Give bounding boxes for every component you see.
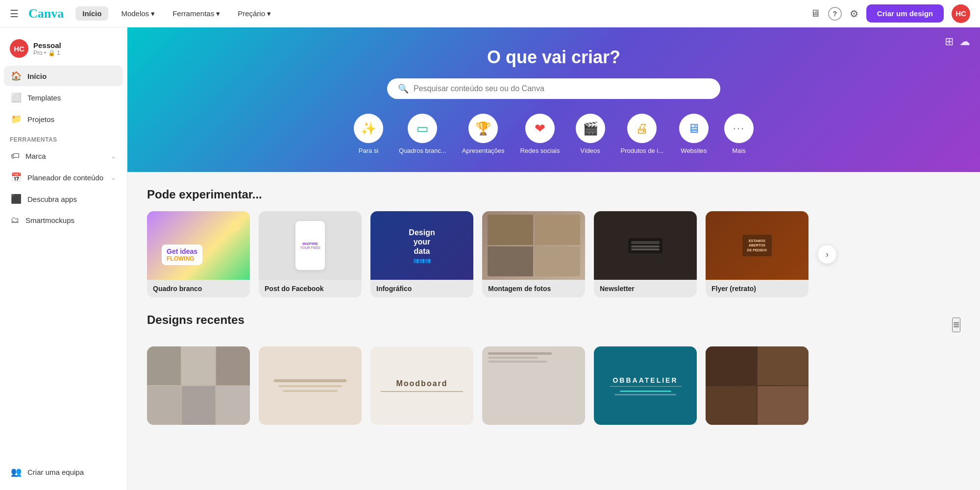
sidebar-item-apps[interactable]: ⬛ Descubra apps xyxy=(4,189,123,209)
monitor-icon-button[interactable]: 🖥 xyxy=(810,8,820,19)
pode-experimentar-cards: Get ideas FLOWING Quadro branco INSPIR xyxy=(147,211,960,297)
pode-experimentar-title: Pode experimentar... xyxy=(147,188,960,201)
hero-icons: ✨ Para si ▭ Quadros branc... 🏆 Apres xyxy=(354,114,754,154)
sidebar-item-label-planeador: Planeador de conteúdo xyxy=(27,173,103,182)
card-newsletter-img xyxy=(594,211,697,280)
videos-label: Vídeos xyxy=(580,147,600,154)
card-flyer-label: Flyer (retrato) xyxy=(706,280,808,297)
card-montagem-fotos[interactable]: Montagem de fotos xyxy=(482,211,585,297)
topnav: ☰ Canva Início Modelos ▾ Ferramentas ▾ P… xyxy=(0,0,980,27)
models-nav-button[interactable]: Modelos ▾ xyxy=(116,6,160,21)
sidebar-item-planeador[interactable]: 📅 Planeador de conteúdo ⌄ xyxy=(4,167,123,188)
hero-icon-redes[interactable]: ❤ Redes sociais xyxy=(520,114,560,154)
hero-icon-mais[interactable]: ··· Mais xyxy=(724,114,754,154)
pricing-nav-button[interactable]: Preçário ▾ xyxy=(233,6,276,21)
carousel-next-button[interactable]: › xyxy=(817,245,837,264)
settings-button[interactable]: ⚙ xyxy=(850,8,858,20)
recent-card-5[interactable]: OBBAATELIER xyxy=(594,346,697,425)
sidebar-item-label-criar-equipa: Criar uma equipa xyxy=(27,468,84,476)
hero-icon-apresentacoes[interactable]: 🏆 Apresentações xyxy=(462,114,505,154)
card-newsletter[interactable]: Newsletter xyxy=(594,211,697,297)
card-infografico-label: Infográfico xyxy=(370,280,473,297)
sidebar-nav: 🏠 Início ⬜ Templates 📁 Projetos xyxy=(0,66,127,129)
main-layout: HC Pessoal Pro • 🔒 1 🏠 Início ⬜ Template… xyxy=(0,27,980,490)
designs-recentes-title: Designs recentes xyxy=(147,313,245,327)
search-icon: 🔍 xyxy=(398,83,409,94)
planeador-arrow-icon: ⌄ xyxy=(111,174,116,181)
recent-card-3[interactable]: Moodboard xyxy=(370,346,473,425)
card-infografico[interactable]: Designyourdata 👥👥👥 Infográfico xyxy=(370,211,473,297)
card-newsletter-label: Newsletter xyxy=(594,280,697,297)
apresentacoes-label: Apresentações xyxy=(462,147,505,154)
upload-cloud-icon[interactable]: ☁ xyxy=(959,35,970,48)
videos-icon: 🎬 xyxy=(583,121,598,136)
parasi-label: Para si xyxy=(359,147,378,154)
sidebar-item-marca[interactable]: 🏷 Marca ⌄ xyxy=(4,146,123,166)
criar-design-button[interactable]: Criar um design xyxy=(866,4,944,23)
hero-title: O que vai criar? xyxy=(487,47,620,68)
list-view-button[interactable]: ≡ xyxy=(952,318,960,332)
parasi-icon: ✨ xyxy=(361,121,376,136)
hero-icon-produtos[interactable]: 🖨 Produtos de i... xyxy=(621,114,663,154)
sidebar-item-inicio[interactable]: 🏠 Início xyxy=(4,66,123,86)
hero-top-right: ⊞ ☁ xyxy=(945,35,970,48)
sidebar-item-projetos[interactable]: 📁 Projetos xyxy=(4,109,123,129)
sidebar-item-label-projetos: Projetos xyxy=(27,115,54,123)
tools-nav-button[interactable]: Ferramentas ▾ xyxy=(168,6,225,21)
sidebar-item-criar-equipa[interactable]: 👥 Criar uma equipa xyxy=(4,462,123,482)
search-input[interactable] xyxy=(414,84,710,93)
sidebar-item-label-marca: Marca xyxy=(25,152,46,160)
hero-icon-parasi[interactable]: ✨ Para si xyxy=(354,114,383,154)
sidebar-item-label-inicio: Início xyxy=(27,72,47,80)
quadros-label: Quadros branc... xyxy=(399,147,446,154)
hero-icon-videos[interactable]: 🎬 Vídeos xyxy=(576,114,605,154)
templates-icon: ⬜ xyxy=(11,92,22,103)
criar-equipa-icon: 👥 xyxy=(11,466,22,477)
projetos-icon: 📁 xyxy=(11,114,22,124)
smartmockups-icon: 🗂 xyxy=(11,215,20,225)
canva-logo-text: Canva xyxy=(28,6,64,21)
sidebar-item-label-templates: Templates xyxy=(27,94,61,102)
logo: Canva xyxy=(28,6,64,21)
marca-arrow-icon: ⌄ xyxy=(111,152,116,160)
card-montagem-label: Montagem de fotos xyxy=(482,280,585,297)
card-quadro-label: Quadro branco xyxy=(147,280,250,297)
recent-card-4[interactable] xyxy=(482,346,585,425)
redes-icon: ❤ xyxy=(535,121,545,136)
produtos-label: Produtos de i... xyxy=(621,147,663,154)
content: ⊞ ☁ O que vai criar? 🔍 ✨ Para si xyxy=(127,27,980,490)
apps-icon: ⬛ xyxy=(11,194,22,204)
designs-recentes-header: Designs recentes ≡ xyxy=(147,313,960,337)
frame-icon[interactable]: ⊞ xyxy=(945,35,954,48)
hero-icon-websites[interactable]: 🖥 Websites xyxy=(679,114,709,154)
user-avatar[interactable]: HC xyxy=(952,4,970,23)
sidebar-user-name: Pessoal xyxy=(33,41,61,49)
hamburger-button[interactable]: ☰ xyxy=(10,8,19,20)
hero-search-bar: 🔍 xyxy=(387,78,720,99)
recent-card-6[interactable] xyxy=(706,346,808,425)
sidebar-item-label-apps: Descubra apps xyxy=(27,195,77,203)
card-facebook-label: Post do Facebook xyxy=(259,280,362,297)
card-flyer-retrato[interactable]: ESTAMOSABERTOSDE PEDIDO! Flyer (retrato) xyxy=(706,211,808,297)
card-montagem-img xyxy=(482,211,585,280)
home-nav-button[interactable]: Início xyxy=(75,6,108,21)
help-button[interactable]: ? xyxy=(828,7,842,21)
marca-icon: 🏷 xyxy=(11,151,20,161)
redes-label: Redes sociais xyxy=(520,147,560,154)
hero-icon-quadros[interactable]: ▭ Quadros branc... xyxy=(399,114,446,154)
sidebar-item-templates[interactable]: ⬜ Templates xyxy=(4,87,123,108)
websites-icon: 🖥 xyxy=(687,121,700,136)
sidebar-avatar: HC xyxy=(10,39,28,58)
recent-cards-row: Moodboard OBBAATELIER xyxy=(147,346,960,425)
sidebar-item-smartmockups[interactable]: 🗂 Smartmockups xyxy=(4,210,123,230)
sidebar: HC Pessoal Pro • 🔒 1 🏠 Início ⬜ Template… xyxy=(0,27,127,490)
card-quadro-branco[interactable]: Get ideas FLOWING Quadro branco xyxy=(147,211,250,297)
recent-card-2[interactable] xyxy=(259,346,362,425)
card-post-facebook[interactable]: INSPIRE YOUR FEED Post do Facebook xyxy=(259,211,362,297)
recent-card-1[interactable] xyxy=(147,346,250,425)
apresentacoes-icon: 🏆 xyxy=(475,121,491,136)
sidebar-user-sub: Pro • 🔒 1 xyxy=(33,49,61,56)
card-quadro-img: Get ideas FLOWING xyxy=(147,211,250,280)
mais-label: Mais xyxy=(732,147,745,154)
sidebar-item-label-smartmockups: Smartmockups xyxy=(25,216,74,224)
